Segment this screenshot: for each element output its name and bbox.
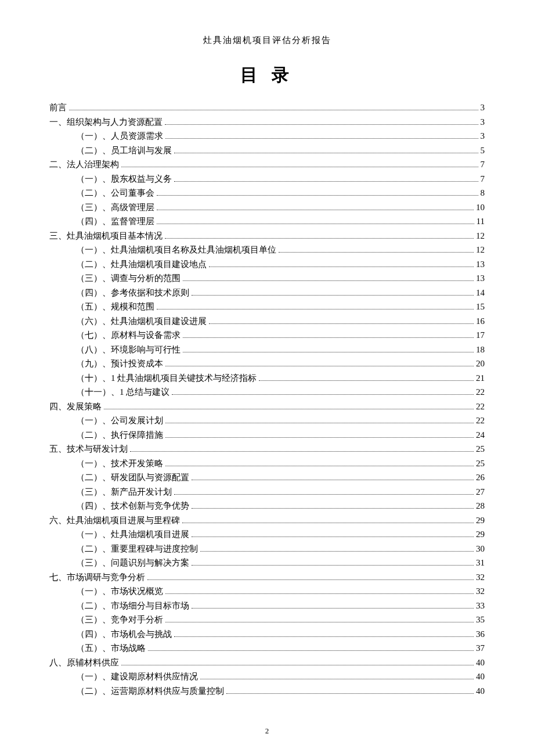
toc-leader-dots <box>192 295 474 296</box>
toc-entry: 一、组织架构与人力资源配置3 <box>49 118 485 127</box>
toc-entry-label: （一）、灶具油烟机项目名称及灶具油烟机项目单位 <box>76 246 276 254</box>
toc-entry: （二）、运营期原材料供应与质量控制40 <box>49 687 485 696</box>
toc-entry-page: 16 <box>476 317 485 326</box>
toc-entry-label: 前言 <box>49 103 67 112</box>
table-of-contents: 前言3一、组织架构与人力资源配置3（一）、人员资源需求3（二）、员工培训与发展5… <box>49 103 485 696</box>
toc-entry-label: （十）、1 灶具油烟机项目关键技术与经济指标 <box>76 374 257 383</box>
toc-entry-label: （八）、环境影响与可行性 <box>76 345 181 354</box>
toc-leader-dots <box>165 466 474 466</box>
toc-entry-label: （二）、灶具油烟机项目建设地点 <box>76 260 207 269</box>
toc-entry-page: 21 <box>476 374 485 383</box>
toc-leader-dots <box>209 267 474 267</box>
toc-entry-page: 35 <box>476 615 485 624</box>
toc-leader-dots <box>174 181 478 182</box>
toc-leader-dots <box>183 337 474 338</box>
toc-entry: （三）、问题识别与解决方案31 <box>49 559 485 567</box>
toc-entry-label: （十一）、1 总结与建议 <box>76 388 169 397</box>
toc-entry: （三）、竞争对手分析35 <box>49 615 485 624</box>
toc-entry: （一）、市场状况概览32 <box>49 587 485 596</box>
toc-entry-page: 7 <box>481 160 485 169</box>
toc-entry-page: 18 <box>476 345 485 354</box>
toc-entry: （八）、环境影响与可行性18 <box>49 345 485 354</box>
toc-entry-page: 12 <box>476 246 485 254</box>
toc-entry-label: （九）、预计投资成本 <box>76 359 163 368</box>
toc-entry-label: 二、法人治理架构 <box>49 160 119 169</box>
toc-entry: （六）、灶具油烟机项目建设进展16 <box>49 317 485 326</box>
toc-entry-page: 29 <box>476 530 485 539</box>
toc-leader-dots <box>157 195 478 196</box>
toc-leader-dots <box>226 693 474 694</box>
toc-entry-label: （一）、技术开发策略 <box>76 459 163 468</box>
toc-entry-page: 7 <box>481 175 485 183</box>
toc-entry-label: （二）、市场细分与目标市场 <box>76 602 189 610</box>
toc-leader-dots <box>157 309 474 309</box>
toc-entry: （一）、人员资源需求3 <box>49 132 485 141</box>
toc-entry-page: 28 <box>476 502 485 510</box>
toc-entry-label: 五、技术与研发计划 <box>49 445 128 453</box>
toc-leader-dots <box>279 252 474 253</box>
toc-leader-dots <box>192 537 474 537</box>
toc-entry: 四、发展策略22 <box>49 402 485 411</box>
toc-entry-label: （二）、研发团队与资源配置 <box>76 473 189 482</box>
toc-leader-dots <box>200 679 474 679</box>
toc-entry-label: （三）、高级管理层 <box>76 203 154 212</box>
toc-entry-label: （三）、调查与分析的范围 <box>76 274 181 283</box>
toc-entry-label: （二）、执行保障措施 <box>76 431 163 440</box>
toc-leader-dots <box>259 380 474 381</box>
toc-entry: （一）、股东权益与义务7 <box>49 175 485 183</box>
toc-leader-dots <box>165 593 474 594</box>
toc-leader-dots <box>209 323 474 324</box>
toc-leader-dots <box>200 551 474 552</box>
toc-entry-label: 六、灶具油烟机项目进展与里程碑 <box>49 516 180 525</box>
toc-entry-page: 36 <box>476 630 485 639</box>
toc-leader-dots <box>165 423 474 423</box>
toc-entry-label: 七、市场调研与竞争分析 <box>49 573 145 582</box>
toc-entry: （一）、灶具油烟机项目进展29 <box>49 530 485 539</box>
toc-entry: （二）、灶具油烟机项目建设地点13 <box>49 260 485 269</box>
toc-entry-page: 15 <box>476 303 485 311</box>
toc-entry: （二）、重要里程碑与进度控制30 <box>49 545 485 553</box>
toc-entry: （二）、执行保障措施24 <box>49 431 485 440</box>
toc-leader-dots <box>165 437 474 438</box>
toc-entry-label: （一）、公司发展计划 <box>76 416 163 425</box>
toc-entry-page: 12 <box>476 232 485 240</box>
toc-entry-label: （四）、监督管理层 <box>76 217 154 226</box>
toc-entry-label: 四、发展策略 <box>49 402 102 411</box>
toc-entry-page: 33 <box>476 602 485 610</box>
toc-entry-page: 25 <box>476 445 485 453</box>
toc-leader-dots <box>192 508 474 509</box>
toc-entry: （三）、调查与分析的范围13 <box>49 274 485 283</box>
toc-entry-label: （五）、市场战略 <box>76 644 146 653</box>
toc-entry-page: 29 <box>476 516 485 525</box>
toc-leader-dots <box>121 167 478 167</box>
toc-entry: （九）、预计投资成本20 <box>49 359 485 368</box>
toc-entry: （五）、市场战略37 <box>49 644 485 653</box>
toc-leader-dots <box>148 650 474 651</box>
toc-entry-label: （二）、重要里程碑与进度控制 <box>76 545 198 553</box>
toc-entry-page: 3 <box>481 103 485 112</box>
toc-entry-label: 三、灶具油烟机项目基本情况 <box>49 232 163 240</box>
toc-leader-dots <box>69 110 478 110</box>
page-number: 2 <box>0 726 534 736</box>
toc-leader-dots <box>192 480 474 480</box>
toc-entry-page: 22 <box>476 388 485 397</box>
toc-entry: （三）、高级管理层10 <box>49 203 485 212</box>
document-page: 灶具油烟机项目评估分析报告 目 录 前言3一、组织架构与人力资源配置3（一）、人… <box>0 0 534 756</box>
toc-entry: 八、原辅材料供应40 <box>49 658 485 667</box>
toc-entry-page: 13 <box>476 274 485 283</box>
toc-title: 目 录 <box>49 63 485 87</box>
toc-entry: （一）、建设期原材料供应情况40 <box>49 672 485 681</box>
toc-entry: 二、法人治理架构7 <box>49 160 485 169</box>
toc-leader-dots <box>183 280 474 281</box>
toc-entry-page: 40 <box>476 658 485 667</box>
toc-entry: （二）、员工培训与发展5 <box>49 146 485 155</box>
toc-leader-dots <box>121 665 474 665</box>
toc-entry-label: （一）、建设期原材料供应情况 <box>76 672 198 681</box>
toc-entry-label: （三）、问题识别与解决方案 <box>76 559 189 567</box>
toc-entry: 三、灶具油烟机项目基本情况12 <box>49 232 485 240</box>
toc-entry: （二）、市场细分与目标市场33 <box>49 602 485 610</box>
toc-entry-page: 14 <box>476 289 485 297</box>
toc-entry-label: （二）、员工培训与发展 <box>76 146 172 155</box>
toc-leader-dots <box>174 494 474 495</box>
toc-entry-page: 20 <box>476 359 485 368</box>
